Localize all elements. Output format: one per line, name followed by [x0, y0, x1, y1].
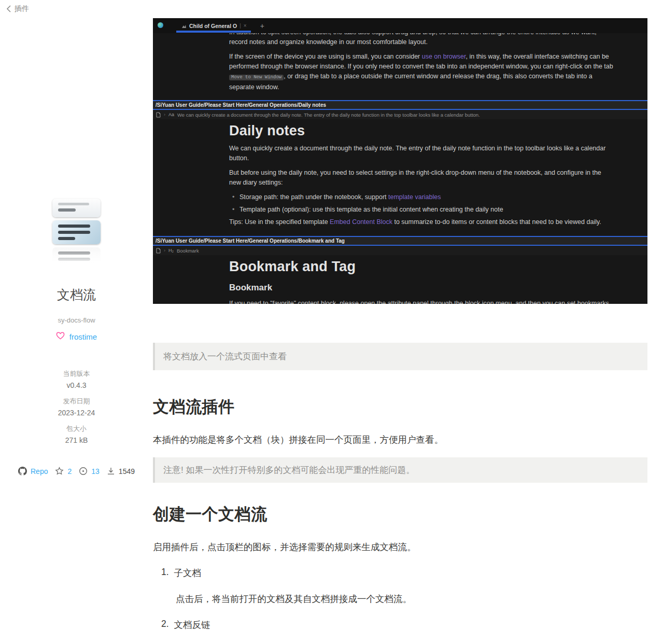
plugin-author-row: frostime: [0, 332, 153, 342]
bullet-item: Storage path: the path under the noteboo…: [229, 192, 614, 202]
list-title: 子文档: [174, 567, 202, 579]
plugin-readme: 将文档放入一个流式页面中查看 文档流插件 本插件的功能是将多个文档（块）拼接在同…: [153, 343, 647, 644]
new-tab-button[interactable]: +: [260, 22, 264, 30]
plugin-stats-row: Repo 2 13 1549: [0, 467, 153, 475]
doc-paragraph: If the screen of the device you are usin…: [229, 52, 614, 92]
breadcrumb-excerpt: Bookmark: [177, 246, 199, 256]
tab-close-icon[interactable]: ×: [244, 23, 247, 29]
downloads-stat: 1549: [107, 467, 135, 475]
breadcrumb-bar: /SiYuan User Guide/Please Start Here/Gen…: [153, 236, 647, 246]
readme-paragraph: 启用插件后，点击顶栏的图标，并选择需要的规则来生成文档流。: [153, 541, 647, 553]
repo-stat: Repo: [18, 467, 48, 475]
field-label: 发布日期: [0, 396, 153, 407]
issue-icon: [79, 467, 88, 475]
chevron-right-icon: ›: [164, 246, 165, 256]
doc-subheading: Bookmark: [229, 283, 614, 292]
doc-link[interactable]: Embed Content Block: [330, 218, 392, 226]
protyle-breadcrumb-row: › H₂ Bookmark: [153, 246, 647, 255]
plugin-meta-fields: 当前版本 v0.4.3 发布日期 2023-12-24 包大小 271 kB: [0, 368, 153, 446]
breadcrumb-bar: /SiYuan User Guide/Please Start Here/Gen…: [153, 100, 647, 110]
file-icon: [156, 248, 161, 254]
list-item: 2. 文档反链 点击后，打开当前文档的所有反向链接: [153, 619, 647, 644]
doc-link[interactable]: use on browser: [422, 53, 466, 60]
inline-code: Move to New Window: [229, 75, 284, 80]
plugin-icon: [52, 199, 101, 265]
doc-title: Daily notes: [229, 126, 614, 136]
block-type-label: Aa: [168, 110, 174, 120]
doc-link[interactable]: template variables: [388, 193, 441, 201]
chevron-right-icon: ›: [164, 110, 165, 120]
file-icon: [156, 112, 161, 118]
list-description: 点击后，将当前打开的文档及其自文档拼接成一个文档流。: [153, 593, 647, 605]
preview-doc-body: In addition to split screen operation, t…: [153, 18, 647, 304]
breadcrumb-path: /SiYuan User Guide/Please Start Here/Gen…: [156, 236, 345, 246]
icon-card-top: [52, 199, 101, 217]
block-type-label: H₂: [168, 246, 174, 256]
workspace-globe-icon: [158, 22, 163, 28]
tab-doc-icon: [181, 21, 187, 31]
field-package-size: 包大小 271 kB: [0, 423, 153, 446]
readme-quote-warning: 注意! 如果一次性打开特别多的文档可能会出现严重的性能问题。: [153, 457, 647, 483]
field-version: 当前版本 v0.4.3: [0, 368, 153, 391]
field-value: 271 kB: [0, 435, 153, 446]
field-value: 2023-12-24: [0, 407, 153, 418]
list-number: 2.: [161, 619, 169, 631]
readme-heading-1: 文档流插件: [153, 396, 647, 418]
plugin-main: Child of General O | × + In addition to …: [153, 0, 647, 644]
tab-cursor: |: [239, 23, 241, 29]
doc-title: Bookmark and Tag: [229, 262, 614, 272]
github-icon: [18, 467, 27, 475]
star-icon: [55, 467, 64, 475]
breadcrumb-block-2: /SiYuan User Guide/Please Start Here/Gen…: [153, 236, 647, 255]
field-release-date: 发布日期 2023-12-24: [0, 396, 153, 418]
issues-count[interactable]: 13: [91, 467, 100, 475]
stars-stat: 2: [55, 467, 72, 475]
icon-card-middle: [52, 220, 101, 244]
preview-tab-bar: Child of General O | × +: [153, 18, 647, 33]
plugin-sidebar: 文档流 sy-docs-flow frostime 当前版本 v0.4.3 发布…: [0, 0, 153, 644]
protyle-breadcrumb-row: › Aa We can quickly create a document th…: [153, 110, 647, 119]
icon-card-bottom: [52, 247, 101, 265]
downloads-count: 1549: [119, 467, 135, 475]
author-link[interactable]: frostime: [69, 332, 97, 341]
breadcrumb-excerpt: We can quickly create a document through…: [177, 110, 480, 120]
plugin-detail-page: 文档流 sy-docs-flow frostime 当前版本 v0.4.3 发布…: [0, 0, 663, 644]
doc-paragraph-cut: If you need to "favorite" content block,…: [229, 299, 614, 304]
heart-icon: [56, 332, 65, 342]
plugin-preview-image: Child of General O | × + In addition to …: [153, 18, 647, 304]
back-label: 插件: [15, 4, 29, 13]
chevron-left-icon: [6, 5, 11, 12]
field-label: 当前版本: [0, 368, 153, 380]
readme-paragraph: 本插件的功能是将多个文档（块）拼接在同一个页面里，方便用户查看。: [153, 433, 647, 446]
list-number: 1.: [161, 567, 169, 579]
plugin-title: 文档流: [0, 286, 153, 303]
readme-quote-description: 将文档放入一个流式页面中查看: [153, 343, 647, 370]
doc-paragraph: We can quickly create a document through…: [229, 144, 614, 163]
field-value: v0.4.3: [0, 380, 153, 391]
active-tab-indicator: [176, 31, 251, 33]
doc-paragraph: But before using the daily note, you nee…: [229, 168, 614, 188]
stars-count[interactable]: 2: [67, 467, 72, 475]
breadcrumb-path: /SiYuan User Guide/Please Start Here/Gen…: [156, 100, 326, 110]
list-item: 1. 子文档 点击后，将当前打开的文档及其自文档拼接成一个文档流。: [153, 567, 647, 605]
readme-heading-2: 创建一个文档流: [153, 503, 647, 525]
doc-paragraph: Tips: Use in the specified template Embe…: [229, 217, 614, 227]
download-icon: [107, 467, 115, 475]
readme-ordered-list: 1. 子文档 点击后，将当前打开的文档及其自文档拼接成一个文档流。 2. 文档反…: [153, 567, 647, 644]
field-label: 包大小: [0, 423, 153, 435]
repo-link[interactable]: Repo: [31, 467, 48, 475]
breadcrumb-block-1: /SiYuan User Guide/Please Start Here/Gen…: [153, 100, 647, 119]
back-button[interactable]: 插件: [6, 4, 29, 13]
tab-title: Child of General O: [189, 23, 237, 29]
preview-active-tab[interactable]: Child of General O | ×: [176, 19, 251, 33]
issues-stat: 13: [79, 467, 100, 475]
bullet-item: Template path (optional): use this templ…: [229, 205, 614, 215]
plugin-package-name: sy-docs-flow: [0, 316, 153, 324]
list-title: 文档反链: [174, 619, 210, 631]
doc-bullet-list: Storage path: the path under the noteboo…: [229, 192, 614, 215]
